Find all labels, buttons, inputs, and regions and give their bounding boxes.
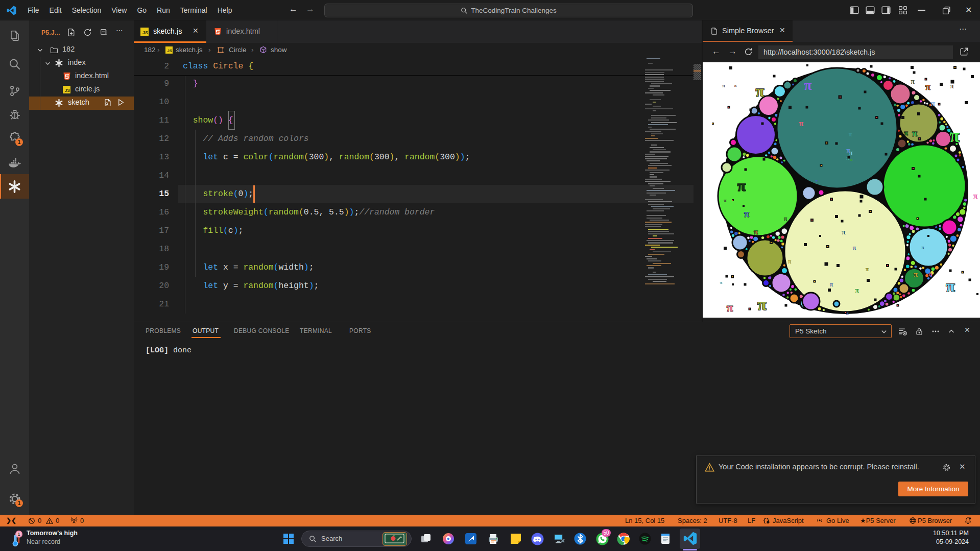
svg-text:π: π bbox=[722, 82, 725, 88]
svg-text:π: π bbox=[931, 99, 936, 108]
svg-text:π: π bbox=[799, 119, 804, 128]
svg-text:π: π bbox=[720, 280, 723, 285]
svg-text:π: π bbox=[846, 147, 850, 154]
svg-text:π: π bbox=[946, 277, 955, 295]
svg-text:π: π bbox=[922, 245, 924, 250]
svg-text:π: π bbox=[727, 301, 733, 314]
svg-text:π: π bbox=[756, 82, 764, 100]
svg-text:π: π bbox=[734, 83, 737, 88]
svg-text:π: π bbox=[904, 129, 908, 137]
svg-text:π: π bbox=[914, 270, 918, 278]
svg-text:π: π bbox=[744, 209, 749, 219]
svg-text:π: π bbox=[830, 281, 833, 288]
svg-text:π: π bbox=[842, 228, 846, 236]
svg-text:π: π bbox=[928, 270, 933, 278]
svg-text:π: π bbox=[816, 179, 818, 183]
svg-text:π: π bbox=[912, 128, 918, 138]
svg-text:π: π bbox=[788, 258, 792, 265]
svg-text:π: π bbox=[804, 77, 812, 93]
svg-text:π: π bbox=[973, 191, 978, 200]
svg-text:π: π bbox=[949, 126, 959, 146]
svg-text:1: 1 bbox=[17, 532, 20, 537]
svg-text:π: π bbox=[724, 197, 727, 203]
svg-text:π: π bbox=[754, 228, 758, 236]
svg-text:π: π bbox=[849, 131, 852, 138]
svg-text:π: π bbox=[784, 215, 787, 222]
svg-text:π: π bbox=[853, 244, 856, 251]
svg-text:π: π bbox=[737, 177, 746, 194]
svg-text:π: π bbox=[866, 266, 869, 273]
svg-text:π: π bbox=[757, 295, 767, 314]
svg-text:π: π bbox=[911, 78, 915, 85]
svg-text:π: π bbox=[850, 157, 853, 162]
svg-text:π: π bbox=[925, 82, 930, 92]
svg-text:π: π bbox=[855, 286, 859, 294]
